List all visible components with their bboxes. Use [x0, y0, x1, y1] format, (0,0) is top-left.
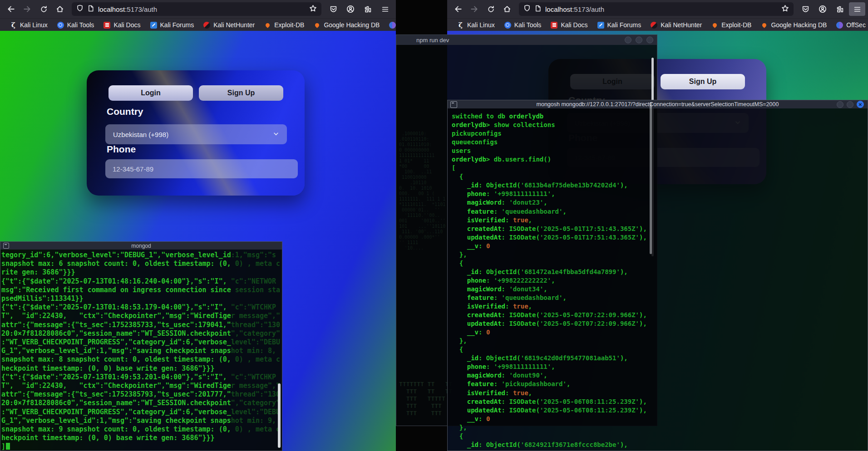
browser-toolbar: localhost:5173/auth — [0, 0, 396, 18]
extensions-icon[interactable] — [832, 2, 848, 16]
bookmark-label: Google Hacking DB — [771, 21, 827, 29]
kali-docs-icon — [104, 22, 110, 29]
bookmark-kali-linux[interactable]: ζKali Linux — [457, 21, 495, 29]
login-tab[interactable]: Login — [108, 85, 193, 101]
mongosh-doc-field: createdAt: ISODate('2025-05-01T17:51:43.… — [452, 225, 868, 233]
kali-forums-icon — [597, 22, 604, 29]
reload-button[interactable] — [483, 2, 499, 16]
maximize-button[interactable] — [636, 37, 642, 44]
home-button[interactable] — [499, 2, 515, 16]
bookmark-kali-tools[interactable]: Kali Tools — [504, 21, 542, 29]
url-bar[interactable]: localhost:5173/auth — [519, 2, 794, 16]
bookmark-star-icon[interactable] — [309, 5, 317, 14]
bookmark-kali-tools[interactable]: Kali Tools — [57, 21, 94, 29]
mongosh-doc-field: magicWord: 'donut23', — [452, 198, 868, 207]
mongosh-doc-field: _id: ObjectId('681472a1e4fbba5dfd4a7899'… — [452, 268, 868, 276]
menu-button[interactable] — [849, 2, 865, 16]
bookmark-kali-forums[interactable]: Kali Forums — [597, 21, 641, 29]
back-button[interactable] — [3, 2, 19, 16]
bookmark-label: Kali Linux — [20, 21, 48, 29]
mongosh-terminal-titlebar[interactable]: mongosh mongodb://127.0.0.1:27017/?direc… — [448, 100, 868, 108]
mongod-log-line: psedMillis":113341}} — [1, 294, 282, 303]
page-info-icon[interactable] — [88, 5, 94, 14]
home-button[interactable] — [52, 2, 68, 16]
url-text: localhost:5173/auth — [545, 5, 604, 13]
bookmark-kali-docs[interactable]: Kali Docs — [104, 21, 140, 29]
signup-tab[interactable]: Sign Up — [661, 74, 745, 89]
mongosh-doc-field: isVerified: true, — [452, 216, 868, 225]
minimize-button[interactable] — [625, 37, 631, 44]
terminal-icon — [3, 243, 9, 249]
bookmark-kali-docs[interactable]: Kali Docs — [551, 21, 587, 29]
back-button[interactable] — [450, 2, 466, 16]
mongod-log-line: ] — [1, 442, 282, 451]
mongod-log-line: heckpoint timestamp: (0, 0) base write g… — [1, 434, 282, 442]
url-text: localhost:5173/auth — [98, 5, 157, 13]
bookmark-star-icon[interactable] — [781, 5, 789, 14]
phone-label: Phone — [107, 144, 136, 155]
tracking-shield-icon[interactable] — [523, 5, 531, 14]
account-icon[interactable] — [814, 2, 831, 16]
extensions-icon[interactable] — [360, 2, 376, 16]
mongod-log-line: {"t":{"$date":"2025-07-13T01:48:16.240-0… — [1, 277, 282, 286]
bookmark-google-hacking-db[interactable]: Google Hacking DB — [761, 21, 827, 29]
pocket-icon[interactable] — [797, 2, 814, 16]
bookmark-google-hacking-db[interactable]: Google Hacking DB — [314, 21, 380, 29]
mongosh-doc-close: }, — [452, 423, 868, 432]
offsec-icon — [389, 22, 396, 29]
minimize-button[interactable] — [837, 101, 843, 108]
bookmark-kali-nethunter[interactable]: Kali NetHunter — [203, 21, 255, 29]
tracking-shield-icon[interactable] — [76, 5, 84, 14]
npm-terminal-titlebar[interactable]: npm run dev — [396, 35, 657, 45]
kali-forums-icon — [150, 22, 157, 29]
bookmark-label: Kali Docs — [561, 21, 587, 29]
menu-button[interactable] — [377, 2, 393, 16]
phone-input[interactable] — [105, 159, 298, 178]
close-button[interactable] — [646, 37, 653, 44]
mongosh-doc-field: phone: '+998111111111', — [452, 190, 868, 198]
page-info-icon[interactable] — [535, 5, 541, 14]
mongosh-line: orderlydb> show collections — [452, 121, 868, 129]
account-icon[interactable] — [342, 2, 359, 16]
pocket-icon[interactable] — [325, 2, 341, 16]
bookmark-label: Exploit-DB — [721, 21, 751, 29]
mongosh-doc-field: _id: ObjectId('6824921f3671e8fccc8be2be'… — [452, 441, 868, 449]
mongod-terminal-titlebar[interactable]: mongod — [0, 242, 282, 250]
bookmark-kali-nethunter[interactable]: Kali NetHunter — [651, 21, 702, 29]
mongosh-doc-open: { — [452, 432, 868, 441]
bookmarks-bar: ζKali LinuxKali ToolsKali DocsKali Forum… — [0, 18, 396, 31]
mongod-terminal-scrollbar[interactable] — [278, 383, 281, 448]
bookmark-offsec[interactable]: OffSec — [389, 21, 396, 29]
forward-button[interactable] — [19, 2, 35, 16]
forward-button[interactable] — [466, 2, 483, 16]
bookmark-offsec[interactable]: OffSec — [836, 21, 866, 29]
maximize-button[interactable] — [847, 101, 853, 108]
kali-tools-icon — [504, 22, 511, 29]
mongosh-doc-field: _id: ObjectId('6819c42d0df95477081aab51'… — [452, 354, 868, 363]
url-bar[interactable]: localhost:5173/auth — [72, 2, 321, 16]
bookmark-exploit-db[interactable]: Exploit-DB — [711, 21, 751, 29]
mongod-log-line: attr":{"message":{"ts_sec":1752385733,"t… — [1, 321, 282, 329]
reload-button[interactable] — [35, 2, 52, 16]
close-button[interactable]: ✕ — [857, 101, 864, 108]
mongosh-doc-close: }, — [452, 337, 868, 345]
mongod-log-line: 20:0×7f81828086c0","session_name":"WT_SE… — [1, 399, 282, 407]
mongod-log-line: snapshot max: 8 snapshot count: 0, oldes… — [1, 355, 282, 364]
mongosh-line: users — [452, 147, 868, 155]
bookmark-label: Kali Tools — [67, 21, 94, 29]
mongod-terminal-window: mongod tegory_id":6,"verbose_level":"DEB… — [0, 241, 282, 451]
offsec-icon — [836, 22, 843, 29]
mongosh-line: [ — [452, 164, 868, 172]
country-select[interactable]: Uzbekistan (+998) — [105, 124, 287, 144]
kali-docs-icon — [551, 22, 557, 29]
bookmark-kali-forums[interactable]: Kali Forums — [150, 21, 194, 29]
ascii-art-noise: .1000010: .010110110: 01.01111010: 0 000… — [399, 131, 445, 251]
mongod-terminal-content: tegory_id":6,"verbose_level":"DEBUG_1","… — [0, 250, 282, 451]
mongosh-doc-field: feature: 'queuedashboard', — [452, 207, 868, 216]
desktop: localhost:5173/auth ζKali LinuxKali Tool… — [0, 0, 868, 451]
mongosh-doc-field: feature: 'pickupdashboard', — [452, 380, 868, 388]
bookmark-kali-linux[interactable]: ζKali Linux — [10, 21, 48, 29]
signup-tab[interactable]: Sign Up — [199, 85, 283, 101]
bookmark-exploit-db[interactable]: Exploit-DB — [264, 21, 304, 29]
mongosh-doc-field: __v: 0 — [452, 415, 868, 423]
